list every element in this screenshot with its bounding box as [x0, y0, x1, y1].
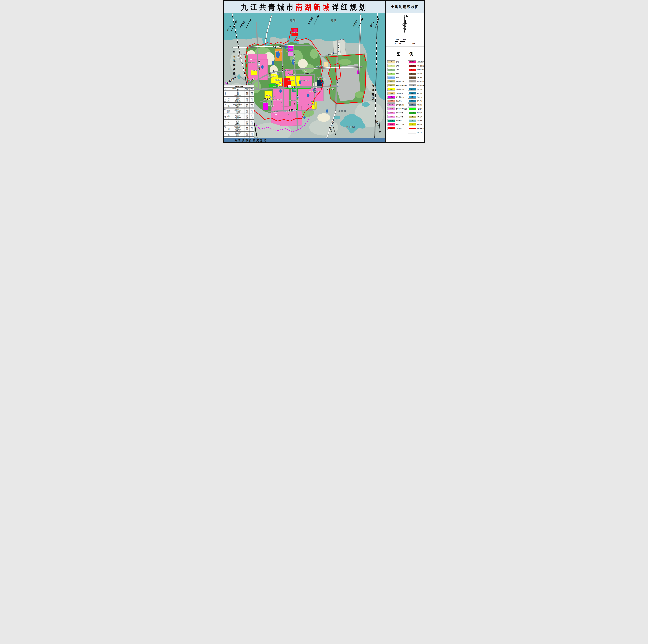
legend-label: 湿地: [396, 77, 399, 79]
legend-swatch: 0703: [387, 92, 395, 95]
legend-item: 080401高等教育用地: [387, 103, 407, 106]
legend-item: 0801机关团体用地: [387, 96, 407, 99]
legend-swatch: 0701: [387, 88, 395, 91]
legend-item: 0703农村宅基地: [387, 92, 407, 95]
legend-swatch: 01: [387, 60, 395, 63]
legend-item: 1309环卫用地: [408, 100, 424, 102]
legend-item: 0806医疗卫生用地: [387, 123, 407, 126]
landuse-row: 其中080401高等教育用地495.9432.48: [224, 109, 254, 110]
legend-label: 林地: [396, 68, 399, 71]
legend-swatch: 15: [408, 115, 416, 118]
legend-label: 防护绿地: [417, 112, 422, 114]
legend-swatch: 17: [408, 119, 416, 122]
legend-label: 供水用地: [417, 88, 422, 90]
landuse-row: 0902商务金融用地2.370.16: [224, 119, 254, 121]
legend-label: 城镇道路用地: [417, 81, 424, 83]
legend-item: 1303供电用地: [408, 96, 424, 99]
legend-label: 种植设施建设用地: [396, 84, 407, 86]
landuse-row: 1208交通场站用地2.500.16: [224, 131, 254, 132]
landuse-row: 1203机场用地0.020.00: [224, 128, 254, 129]
legend-label: 体育用地: [396, 119, 401, 121]
legend-item: 1002采矿用地: [408, 76, 424, 79]
legend-swatch: 23: [408, 123, 416, 126]
legend-item: 15特殊用地: [408, 115, 424, 118]
col-header-base-year: 规划基期年: [245, 87, 250, 89]
landuse-row: 01耕地81.395.33: [224, 89, 254, 90]
legend-swatch: 1302: [408, 92, 416, 95]
legend-swatch: 080403: [387, 111, 395, 114]
landuse-row: 1101物流仓储用地10.530.69: [224, 125, 254, 126]
title-suffix: 详细规划: [332, 3, 368, 12]
table-title: 现状用地一览表: [224, 86, 254, 87]
legend-swatch: 1001: [408, 72, 416, 75]
landuse-row: 08公共管理与公共服务用地560.2236.69: [224, 104, 254, 105]
landuse-table-panel: 现状用地一览表 用地性质 规划基期年 比例(%) 01耕地81.395.3302…: [224, 85, 254, 138]
legend-item: 17陆地水域: [408, 119, 424, 122]
legend-swatch: 0901: [387, 127, 395, 130]
legend-label: 陆地水域: [417, 119, 422, 121]
legend-label: 城镇开发边界: [417, 127, 424, 130]
landuse-row: 080404幼儿园用地1.070.07: [224, 112, 254, 113]
landuse-row: 11仓储用地10.530.69: [224, 123, 254, 125]
legend-label: 工业用地: [417, 72, 422, 75]
legend-item: 090105公用设施营业网点用地: [408, 60, 424, 63]
landuse-row: 0901商业用地9.580.63: [224, 118, 254, 119]
landuse-row: 06农业设施建设用地12.840.84: [224, 95, 254, 96]
legend-swatch: 0902: [408, 64, 416, 67]
landuse-row: 10工矿用地5.210.34: [224, 121, 254, 122]
legend-label: 高等教育用地: [396, 104, 404, 106]
footer-bar: 共青城市自然资源局: [224, 138, 385, 142]
legend-label: 排水用地: [417, 92, 422, 94]
legend-label: 商务金融用地: [417, 65, 424, 67]
legend-swatch: 090105: [408, 60, 416, 63]
legend-label: 医疗卫生用地: [396, 123, 404, 126]
legend-swatch: 0806: [387, 123, 395, 126]
legend-label: 交通场站用地: [417, 84, 424, 86]
legend-item: 1302排水用地: [408, 92, 424, 95]
landuse-row: 080402中等职业教育用地2.090.14: [224, 110, 254, 111]
legend-swatch: 1401: [408, 107, 416, 110]
legend-label: 幼儿园用地: [396, 116, 403, 118]
legend-item: 0602种植设施建设用地: [387, 84, 407, 87]
map-type-cell: 土地利用现状图: [385, 1, 424, 13]
legend-label: 特殊用地: [417, 116, 422, 118]
legend-label: 公用设施营业网点用地: [417, 61, 424, 63]
legend-swatch: [408, 131, 416, 134]
legend-label: 中等职业教育用地: [396, 108, 407, 110]
legend-swatch: 1002: [408, 76, 416, 79]
legend-item: 1301供水用地: [408, 88, 424, 91]
legend-item: 1402防护绿地: [408, 111, 424, 114]
landuse-row: 12交通运输用地120.807.91: [224, 127, 254, 128]
legend-label: 草地: [396, 72, 399, 75]
legend-item: 0901商业用地: [387, 127, 407, 130]
planning-map-sheet: 九江共青城市南湖新城详细规划 土地利用现状图: [223, 0, 425, 143]
legend-label: 其他商业服务业用地: [417, 69, 424, 70]
scale-label: 0: [395, 43, 395, 44]
legend-item: 080403中小学用地: [387, 111, 407, 114]
legend-title: 图 例: [387, 51, 423, 56]
legend-swatch: 080402: [387, 107, 395, 110]
landuse-row: 1301供水用地0.060.00: [224, 134, 254, 135]
legend-item: 市域边界: [408, 131, 424, 134]
legend-swatch: 1402: [408, 111, 416, 114]
legend-item: 03林地: [387, 68, 407, 71]
scale-bar-segments: [395, 41, 414, 42]
legend-swatch: 0601: [387, 80, 395, 83]
landuse-row: 0804教育用地520.3734.08: [224, 107, 254, 108]
title-highlight: 南湖新城: [295, 3, 332, 12]
legend-swatch: 0805: [387, 119, 395, 122]
landuse-row: 1303供电用地1.440.09: [224, 136, 254, 138]
legend-swatch: 05: [387, 76, 395, 79]
legend-swatch: 1309: [408, 100, 416, 102]
landuse-row: 其中110102二类物流仓储用地10.530.69: [224, 126, 254, 127]
landuse-row: 其中090601医院用地7.210.47: [224, 116, 254, 117]
legend-swatch: 04: [387, 72, 395, 75]
legend-label: 乡村道路用地: [396, 81, 404, 83]
legend-item: 02园地: [387, 64, 407, 67]
north-letter: N: [406, 14, 409, 18]
landuse-row: 0601农村道路11.990.79: [224, 96, 254, 98]
legend-item: 05湿地: [387, 76, 407, 79]
legend-panel: 图 例 01耕地02园地03林地04草地05湿地0601乡村道路用地0602种植…: [386, 47, 424, 142]
legend-swatch: 0602: [387, 84, 395, 87]
scale-label: 100m: [396, 39, 399, 40]
